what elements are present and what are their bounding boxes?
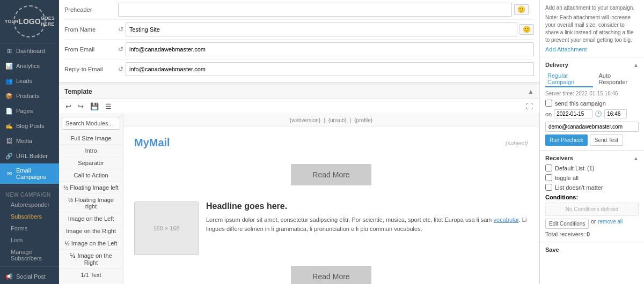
toggle-all-checkbox[interactable] xyxy=(545,174,552,181)
default-list-checkbox[interactable] xyxy=(545,165,552,171)
from-name-label: From Name xyxy=(64,26,118,33)
module-intro[interactable]: Intro xyxy=(59,145,123,157)
sidebar-item-products[interactable]: 📦 Products xyxy=(0,88,59,103)
webversion-link: {webversion} xyxy=(290,117,320,123)
pages-icon: 📄 xyxy=(5,107,13,115)
delivery-collapse-icon[interactable]: ▲ xyxy=(633,62,639,68)
module-half-float-left[interactable]: ½ Floating Image left xyxy=(59,182,123,194)
sidebar-item-forms[interactable]: Forms xyxy=(0,222,59,234)
save-title: Save xyxy=(545,246,639,253)
delivery-btn-row: Run Precheck Send Test xyxy=(545,134,639,146)
remove-all-link[interactable]: remove all xyxy=(598,219,623,229)
search-modules-button[interactable]: Search Modules... xyxy=(62,117,120,130)
sidebar-item-social-post[interactable]: 📢 Social Post xyxy=(0,269,59,284)
sidebar-item-analytics[interactable]: 📊 Analytics xyxy=(0,58,59,73)
sidebar-item-email-campaigns[interactable]: ✉ Email Campaigns xyxy=(0,163,59,184)
receivers-collapse-icon[interactable]: ▲ xyxy=(633,155,639,161)
email-cta-block-1: Read More xyxy=(134,153,528,196)
time-input[interactable] xyxy=(604,109,627,118)
pipe-1: | xyxy=(324,117,325,123)
blog-icon: ✍ xyxy=(5,122,13,130)
save-section: Save xyxy=(540,242,644,257)
url-builder-icon: 🔗 xyxy=(5,152,13,160)
reply-to-refresh-icon[interactable]: ↺ xyxy=(118,65,123,73)
undo-button[interactable]: ↩ xyxy=(63,101,74,111)
preheader-emoji-btn[interactable]: 🙂 xyxy=(514,4,529,15)
module-image-left[interactable]: Image on the Left xyxy=(59,213,123,225)
from-name-emoji-btn[interactable]: 🙂 xyxy=(519,24,534,35)
sidebar-item-media[interactable]: 🖼 Media xyxy=(0,133,59,148)
tab-autoresponder[interactable]: Auto Responder xyxy=(596,71,639,87)
module-third-image-right[interactable]: ⅓ Image on the Right xyxy=(59,250,123,269)
date-input[interactable] xyxy=(554,109,592,118)
from-email-input[interactable] xyxy=(126,42,534,56)
from-name-input[interactable] xyxy=(126,23,517,36)
save-toolbar-button[interactable]: 💾 xyxy=(88,101,101,111)
run-precheck-button[interactable]: Run Precheck xyxy=(545,134,588,146)
redo-button[interactable]: ↪ xyxy=(76,101,86,111)
mymail-logo: MyMail xyxy=(134,137,170,149)
sidebar-item-lists[interactable]: Lists xyxy=(0,234,59,246)
sidebar-item-blog-posts[interactable]: ✍ Blog Posts xyxy=(0,118,59,133)
list-matter-label: List doesn't matter xyxy=(555,184,603,191)
list-button[interactable]: ☰ xyxy=(103,101,114,111)
module-1-1-text[interactable]: 1/1 Text xyxy=(59,269,123,281)
sidebar-item-leads[interactable]: 👥 Leads xyxy=(0,73,59,88)
no-conditions-label: No Conditions defined xyxy=(545,203,639,216)
unsub-link: {unsub} xyxy=(328,117,347,123)
module-separator[interactable]: Separator xyxy=(59,157,123,169)
email-preview: {webversion} | {unsub} | {profile} MyMai… xyxy=(123,114,539,284)
right-panel: Add an attachment to your campaign. Note… xyxy=(539,0,644,284)
default-list-count: (1) xyxy=(587,165,594,171)
reply-to-label: Reply-to Email xyxy=(64,66,118,72)
sidebar-item-dashboard[interactable]: ⊞ Dashboard xyxy=(0,43,59,58)
template-collapse-icon[interactable]: ▲ xyxy=(528,88,534,95)
leads-icon: 👥 xyxy=(5,77,13,85)
sidebar-item-pages[interactable]: 📄 Pages xyxy=(0,103,59,118)
preheader-input-wrap: 🙂 xyxy=(118,3,529,17)
analytics-icon: 📊 xyxy=(5,62,13,70)
template-section: Template ▲ ↩ ↪ 💾 ☰ ⛶ Search Modules... F… xyxy=(59,85,539,284)
reply-to-input[interactable] xyxy=(126,62,534,76)
tab-regular-campaign[interactable]: Regular Campaign xyxy=(545,71,593,87)
module-full-size-image[interactable]: Full Size Image xyxy=(59,132,123,145)
demo-email-input[interactable] xyxy=(545,122,639,132)
sidebar-item-autoresponder[interactable]: Autoresponder xyxy=(0,199,59,211)
sidebar-item-manage-subscribers[interactable]: Manage Subscribers xyxy=(0,246,59,264)
module-image-right[interactable]: Image on the Right xyxy=(59,225,123,237)
read-more-button-2[interactable]: Read More xyxy=(291,266,371,284)
divider-1 xyxy=(0,186,59,186)
delivery-tabs: Regular Campaign Auto Responder xyxy=(545,71,639,87)
send-test-button[interactable]: Send Test xyxy=(590,134,623,146)
fullscreen-button[interactable]: ⛶ xyxy=(524,101,535,111)
clock-icon: 🕐 xyxy=(595,110,602,117)
template-toolbar: ↩ ↪ 💾 ☰ ⛶ xyxy=(59,99,539,114)
conditions-area: Conditions: No Conditions defined Edit C… xyxy=(545,194,639,237)
template-body: Search Modules... Full Size Image Intro … xyxy=(59,114,539,284)
preheader-input[interactable] xyxy=(118,3,512,17)
email-icon: ✉ xyxy=(5,170,13,177)
module-half-text[interactable]: ½ Text xyxy=(59,281,123,284)
list-matter-row: List doesn't matter xyxy=(545,184,639,191)
from-name-refresh-icon[interactable]: ↺ xyxy=(118,26,123,33)
from-email-input-wrap: ↺ xyxy=(118,42,534,56)
edit-conditions-button[interactable]: Edit Conditions xyxy=(545,219,589,229)
module-half-float-right[interactable]: ½ Floating Image right xyxy=(59,194,123,213)
on-label: on xyxy=(545,111,552,117)
vocabular-link[interactable]: vocabular xyxy=(494,216,519,223)
email-headline: Headline goes here. xyxy=(206,201,528,211)
read-more-button-1[interactable]: Read More xyxy=(291,164,371,185)
toggle-all-row: toggle all xyxy=(545,174,639,181)
add-attachment-link[interactable]: Add Attachment xyxy=(545,46,587,53)
sidebar-nav: ⊞ Dashboard 📊 Analytics 👥 Leads 📦 Produc… xyxy=(0,43,59,284)
from-email-refresh-icon[interactable]: ↺ xyxy=(118,46,123,53)
module-half-image-left[interactable]: ½ Image on the Left xyxy=(59,237,123,250)
sidebar-item-url-builder[interactable]: 🔗 URL Builder xyxy=(0,148,59,163)
attachment-section: Add an attachment to your campaign. Note… xyxy=(540,0,644,57)
list-matter-checkbox[interactable] xyxy=(545,184,552,191)
sidebar-item-subscribers[interactable]: Subscribers xyxy=(0,211,59,222)
email-content: MyMail {subject} Read More 168 × 168 Hea… xyxy=(123,127,539,284)
module-call-to-action[interactable]: Call to Action xyxy=(59,169,123,182)
total-receivers: Total receivers: 0 xyxy=(545,231,639,237)
send-campaign-checkbox[interactable] xyxy=(545,100,552,107)
